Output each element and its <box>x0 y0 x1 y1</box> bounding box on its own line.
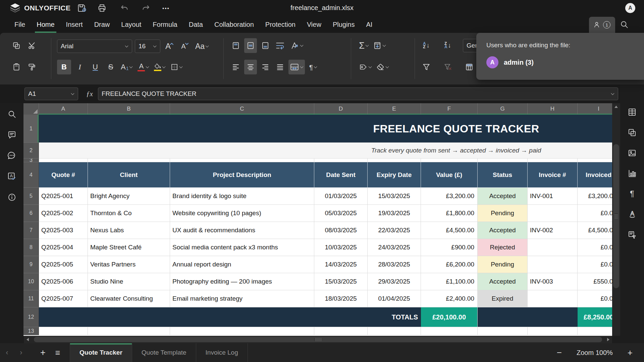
insert-function-button[interactable]: ƒx <box>83 88 96 99</box>
text-direction-button[interactable]: ¶ <box>307 60 320 74</box>
copy-button[interactable] <box>10 38 23 53</box>
status-cell-accepted[interactable]: Accepted <box>478 273 528 290</box>
column-header-F[interactable]: F <box>421 103 478 115</box>
cell[interactable] <box>88 159 170 162</box>
cell[interactable] <box>528 239 578 256</box>
filter-button[interactable] <box>420 60 433 74</box>
menu-tab-home[interactable]: Home <box>31 16 60 33</box>
cell-name-box[interactable]: A1 <box>24 87 78 100</box>
align-center-button[interactable] <box>244 60 257 74</box>
image-settings-icon[interactable] <box>627 148 638 158</box>
subscript-button[interactable]: A1 <box>119 60 134 74</box>
grow-font-button[interactable]: A <box>163 39 176 54</box>
row-header-3[interactable]: 3 <box>23 159 39 162</box>
font-color-button[interactable]: A <box>136 60 151 74</box>
menu-tab-ai[interactable]: AI <box>361 16 378 33</box>
column-header-C[interactable]: C <box>170 103 314 115</box>
cell[interactable]: 01/04/2025 <box>368 290 421 307</box>
cell[interactable] <box>578 159 612 162</box>
status-cell-pending[interactable]: Pending <box>478 256 528 273</box>
menu-tab-layout[interactable]: Layout <box>115 16 147 33</box>
cell[interactable]: Q2025-002 <box>39 205 88 222</box>
sort-descending-button[interactable]: ZA↓ <box>441 38 454 53</box>
cell[interactable]: 24/03/2025 <box>368 239 421 256</box>
underline-button[interactable]: U <box>89 60 102 74</box>
cell[interactable]: INV-001 <box>528 188 578 205</box>
cut-button[interactable] <box>25 38 38 53</box>
column-header-I[interactable]: I <box>578 103 612 115</box>
orientation-button[interactable] <box>288 38 305 53</box>
align-right-button[interactable] <box>259 60 272 74</box>
column-header-G[interactable]: G <box>478 103 528 115</box>
cell[interactable]: £0.00 <box>578 239 612 256</box>
scroll-up-arrow[interactable] <box>614 106 618 108</box>
totals-empty-cell[interactable] <box>478 307 528 327</box>
cell[interactable]: 01/03/2025 <box>314 188 368 205</box>
clear-button[interactable] <box>375 60 390 74</box>
cell[interactable]: Photography editing — 200 images <box>170 273 314 290</box>
paste-button[interactable] <box>10 60 23 74</box>
borders-button[interactable] <box>169 60 184 74</box>
cell[interactable]: £2,400.00 <box>421 290 478 307</box>
status-cell-pending[interactable]: Pending <box>478 205 528 222</box>
collaboration-users-button[interactable]: 1 <box>589 17 615 33</box>
zoom-out-button[interactable]: − <box>557 348 562 358</box>
menu-tab-file[interactable]: File <box>9 16 31 33</box>
cell[interactable]: 15/03/2025 <box>368 188 421 205</box>
row-header-10[interactable]: 10 <box>23 273 39 290</box>
status-cell-rejected[interactable]: Rejected <box>478 239 528 256</box>
totals-empty-cell[interactable] <box>88 307 170 327</box>
change-case-button[interactable]: Aa <box>194 39 210 54</box>
cell[interactable] <box>368 327 421 335</box>
cell[interactable]: £0.00 <box>578 290 612 307</box>
column-header-E[interactable]: E <box>368 103 421 115</box>
cell[interactable]: £3,200.00 <box>421 188 478 205</box>
row-header-5[interactable]: 5 <box>23 188 39 205</box>
row-header-1[interactable]: 1 <box>23 115 39 143</box>
fill-color-button[interactable] <box>153 60 167 74</box>
totals-invoiced-cell[interactable]: £8,250.00 <box>578 307 612 327</box>
formula-input[interactable]: FREELANCE QUOTE TRACKER <box>98 87 618 100</box>
cell[interactable]: £3,200.00 <box>578 188 612 205</box>
bold-button[interactable]: B <box>57 60 71 74</box>
valign-bottom-button[interactable] <box>259 38 272 53</box>
cell[interactable] <box>314 327 368 335</box>
totals-empty-cell[interactable] <box>314 307 368 327</box>
vertical-scroll-thumb[interactable] <box>613 144 619 288</box>
cell[interactable]: 08/03/2025 <box>314 222 368 239</box>
menu-tab-draw[interactable]: Draw <box>89 16 116 33</box>
sort-ascending-button[interactable]: AZ↓ <box>420 38 433 53</box>
sheet-subtitle-cell[interactable]: Track every quote from sent → accepted →… <box>39 143 612 159</box>
shrink-font-button[interactable]: A <box>178 39 191 54</box>
cell[interactable]: Email marketing strategy <box>170 290 314 307</box>
totals-empty-cell[interactable] <box>39 307 88 327</box>
zoom-in-button[interactable]: + <box>628 348 633 358</box>
cell[interactable] <box>528 256 578 273</box>
cell[interactable]: Q2025-005 <box>39 256 88 273</box>
sheet-list-button[interactable]: ≡ <box>50 343 65 362</box>
horizontal-scroll-thumb[interactable] <box>34 337 602 342</box>
row-header-11[interactable]: 11 <box>23 290 39 307</box>
cell[interactable]: Q2025-004 <box>39 239 88 256</box>
cell[interactable] <box>314 159 368 162</box>
comments-panel-icon[interactable] <box>6 130 17 139</box>
scroll-left-arrow[interactable] <box>26 338 29 341</box>
chat-panel-icon[interactable] <box>6 151 17 160</box>
cell[interactable]: Thornton & Co <box>88 205 170 222</box>
cell[interactable]: £1,100.00 <box>421 273 478 290</box>
cell[interactable]: 29/03/2025 <box>368 273 421 290</box>
row-header-13[interactable]: 13 <box>23 327 39 335</box>
menu-tab-collaboration[interactable]: Collaboration <box>209 16 260 33</box>
merge-center-button[interactable] <box>288 60 305 74</box>
row-header-7[interactable]: 7 <box>23 222 39 239</box>
cell[interactable]: £4,500.00 <box>421 222 478 239</box>
table-header-cell[interactable]: Expiry Date <box>368 162 421 188</box>
cell[interactable]: Brand identity & logo suite <box>170 188 314 205</box>
horizontal-scrollbar[interactable] <box>24 336 612 343</box>
sheet-tab-invoice-log[interactable]: Invoice Log <box>196 343 248 362</box>
totals-empty-cell[interactable] <box>528 307 578 327</box>
account-avatar[interactable]: A <box>625 3 635 13</box>
cell[interactable]: Clearwater Consulting <box>88 290 170 307</box>
cell[interactable] <box>528 159 578 162</box>
table-header-cell[interactable]: Invoiced <box>578 162 612 188</box>
